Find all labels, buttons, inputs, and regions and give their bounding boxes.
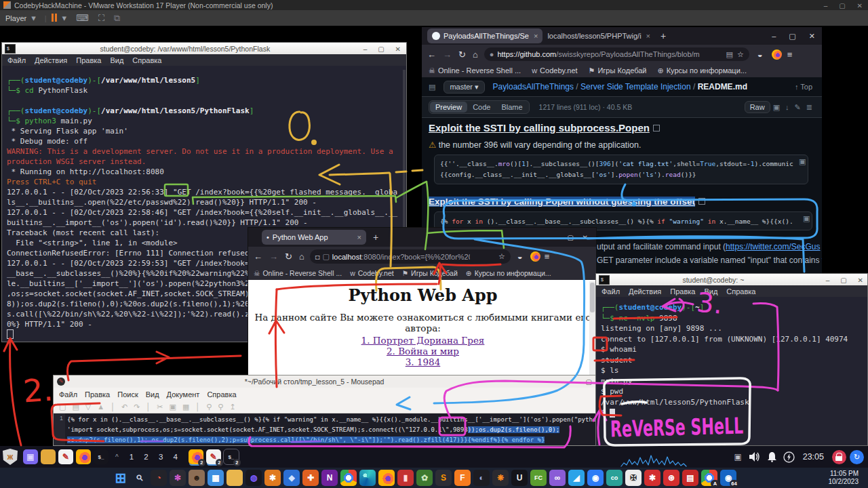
whisker-menu-icon[interactable]: ж bbox=[3, 449, 18, 465]
menu-actions[interactable]: Действия bbox=[35, 56, 67, 64]
firefox-win-icon[interactable] bbox=[378, 470, 395, 486]
pin-blue-icon[interactable]: ◉ bbox=[587, 470, 604, 486]
download-icon[interactable]: ↓ bbox=[785, 103, 789, 111]
window-close[interactable]: ✕ bbox=[583, 234, 588, 241]
url-bar[interactable]: ◘ ▢ localhost :8080/index?book={%%20for%… bbox=[310, 249, 511, 264]
code-block-subprocess[interactable]: {{''.__class__.mro()[1].__subclasses__()… bbox=[434, 155, 808, 184]
bookmark-reverse-shell[interactable]: ☠Online - Reverse Shell ... bbox=[254, 269, 342, 277]
puzzle-orange-icon[interactable]: ✚ bbox=[302, 470, 319, 486]
menu-edit[interactable]: Правка bbox=[76, 56, 101, 64]
fullscreen-icon[interactable]: ⛶ bbox=[98, 13, 104, 24]
file-tree-icon[interactable]: ▤ bbox=[429, 83, 435, 92]
menu-file[interactable]: Файл bbox=[59, 390, 77, 399]
menu-file[interactable]: Файл bbox=[601, 287, 620, 296]
file-manager-icon[interactable] bbox=[41, 449, 56, 464]
sprout-app-icon[interactable]: ✿ bbox=[416, 470, 433, 486]
blender-icon[interactable]: ❋ bbox=[492, 470, 509, 486]
player-caret-icon[interactable]: ▾ bbox=[31, 13, 36, 23]
visual-studio-icon[interactable]: ∞ bbox=[549, 470, 566, 486]
unity-icon[interactable]: ⧉ bbox=[114, 13, 120, 24]
forward-icon[interactable]: → bbox=[269, 251, 278, 262]
pin-64-icon[interactable]: ◉64 bbox=[720, 470, 736, 486]
fl-green-icon[interactable]: FC bbox=[530, 470, 547, 486]
tab-preview[interactable]: Preview bbox=[430, 102, 467, 113]
chrome-icon[interactable] bbox=[340, 470, 357, 486]
close-button[interactable]: ✕ bbox=[858, 277, 863, 284]
branch-selector[interactable]: master ▾ bbox=[443, 81, 484, 94]
menu-help[interactable]: Справка bbox=[207, 390, 236, 399]
windows-search-icon[interactable]: ⚲ bbox=[128, 466, 151, 488]
terminal-left-titlebar[interactable]: $ student@codeby: /var/www/html/lesson5/… bbox=[2, 43, 406, 55]
send-keys-icon[interactable]: ⌨ bbox=[76, 13, 89, 23]
code-copy-icon[interactable]: ▣ bbox=[799, 157, 806, 166]
heading-popen-offset[interactable]: Exploit the SSTI by calling Popen withou… bbox=[429, 197, 705, 207]
page-scrollbar-thumb[interactable] bbox=[590, 283, 595, 312]
new-tab-button[interactable]: + bbox=[660, 30, 666, 41]
co-teal-icon[interactable]: co bbox=[606, 470, 623, 486]
chrome-profile-a-icon[interactable]: A bbox=[701, 470, 717, 486]
window-maximize[interactable]: ▢ bbox=[789, 32, 795, 40]
toolbar-icon[interactable]: │ bbox=[146, 403, 151, 411]
new-tab-button[interactable]: + bbox=[373, 232, 378, 243]
pinwheel-app-icon[interactable]: ✻ bbox=[170, 470, 186, 486]
toolbar-icon[interactable]: ▲ bbox=[97, 403, 104, 411]
settings-orange-icon[interactable]: ✱ bbox=[264, 470, 281, 486]
window-purple-icon[interactable]: ▣ bbox=[23, 449, 38, 464]
calendar-icon[interactable]: ▦ bbox=[208, 470, 224, 486]
obsidian-icon[interactable]: ◍ bbox=[245, 470, 262, 486]
panel-expand-icon[interactable]: ^ bbox=[115, 453, 119, 461]
menu-edit[interactable]: Правка bbox=[670, 287, 695, 296]
file-explorer-icon[interactable] bbox=[226, 470, 243, 486]
opera-gx-icon[interactable]: ◔ bbox=[151, 470, 167, 486]
gear-red-2-icon[interactable]: ⊛ bbox=[663, 470, 679, 486]
tab-blame[interactable]: Blame bbox=[496, 102, 528, 113]
menu-view[interactable]: Вид bbox=[704, 287, 717, 296]
window-maximize[interactable]: ▢ bbox=[567, 234, 573, 241]
back-icon[interactable]: ← bbox=[427, 49, 436, 60]
toolbar-icon[interactable]: ▽ bbox=[85, 403, 91, 411]
notifications-bell-icon[interactable] bbox=[767, 451, 777, 462]
menu-edit[interactable]: Правка bbox=[85, 390, 110, 399]
terminal-window-icon[interactable]: $_2 bbox=[224, 449, 239, 464]
windows-clock[interactable]: 11:05 PM10/2/2023 bbox=[829, 470, 859, 486]
reload-icon[interactable]: ↻ bbox=[458, 49, 466, 60]
tab-payloadsallthethings[interactable]: PayloadsAllTheThings/Se × bbox=[427, 28, 542, 43]
firefox-window-icon[interactable]: 2 bbox=[189, 449, 203, 464]
bookmark-star-icon[interactable]: ☆ bbox=[737, 50, 744, 59]
outline-icon[interactable]: ≣ bbox=[806, 103, 812, 112]
book-link-3[interactable]: 3. 1984 bbox=[406, 357, 441, 367]
vm-close-button[interactable]: ✕ bbox=[857, 2, 863, 9]
book-link-1[interactable]: 1. Портрет Дориана Грея bbox=[361, 335, 485, 346]
reload-icon[interactable]: ↻ bbox=[285, 251, 292, 262]
menu-view[interactable]: Вид bbox=[110, 56, 123, 64]
window-minimize[interactable]: – bbox=[555, 234, 559, 241]
minimize-button[interactable]: – bbox=[826, 277, 830, 284]
tab-close-icon[interactable]: × bbox=[534, 32, 538, 40]
firefox-account-icon[interactable] bbox=[772, 49, 782, 60]
minimize-button[interactable]: – bbox=[363, 45, 368, 53]
url-bar[interactable]: ● https://github.com /swisskyrepo/Payloa… bbox=[484, 47, 749, 61]
tab-python-web-app[interactable]: • Python Web App × bbox=[262, 230, 366, 245]
menu-view[interactable]: Вид bbox=[146, 390, 159, 399]
book-link-2[interactable]: 2. Война и мир bbox=[387, 346, 459, 357]
workspace-pager[interactable]: 1 2 3 4 bbox=[130, 453, 182, 461]
mousepad-icon[interactable]: ✎ bbox=[58, 449, 73, 464]
lock-tray-icon[interactable] bbox=[832, 450, 846, 464]
bookmark-star-icon[interactable]: ☆ bbox=[498, 252, 505, 261]
clipman-icon[interactable]: ▣ bbox=[734, 452, 741, 462]
toolbar-icon[interactable]: │ bbox=[111, 403, 115, 411]
update-tray-icon[interactable]: ↻ bbox=[850, 450, 864, 464]
window-minimize[interactable]: – bbox=[772, 32, 776, 40]
code-copy-icon[interactable]: ▣ bbox=[803, 214, 810, 223]
maximize-button[interactable]: ▢ bbox=[586, 378, 592, 386]
power-manager-icon[interactable] bbox=[783, 451, 795, 463]
mousepad-titlebar[interactable]: ✎ *~/Рабочий стол/tmp_lesson_5 - Mousepa… bbox=[54, 375, 596, 388]
minimize-button[interactable]: – bbox=[572, 378, 576, 386]
heading-subprocess-popen[interactable]: Exploit the SSTI by calling subprocess.P… bbox=[429, 122, 660, 134]
pause-button[interactable] bbox=[51, 14, 58, 23]
twitter-link[interactable]: https://twitter.com/SecGus bbox=[726, 242, 820, 251]
speaker-icon[interactable] bbox=[749, 451, 761, 462]
home-icon[interactable]: ⌂ bbox=[299, 251, 304, 262]
toolbar-icon[interactable]: ✂ bbox=[157, 403, 163, 411]
toolbar-icon[interactable]: ↶ bbox=[121, 403, 127, 411]
